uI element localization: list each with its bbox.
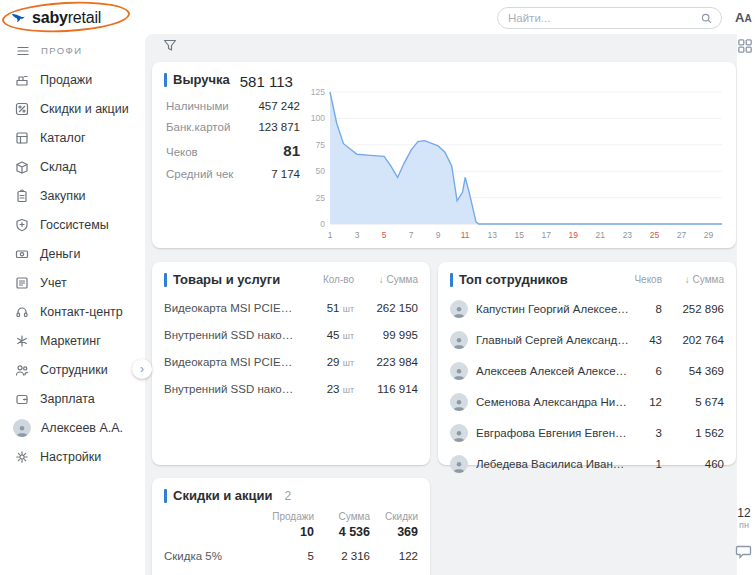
discounts-title-text: Скидки и акции bbox=[173, 488, 273, 503]
stat-value: 7 174 bbox=[271, 168, 300, 180]
discounts-card: Скидки и акции 2 Продажи Сумма Скидки 10… bbox=[152, 478, 430, 575]
employee-row[interactable]: Семенова Александра Николаевна 12 5 674 bbox=[450, 393, 724, 411]
stat-card: Банк.картой 123 871 bbox=[166, 121, 300, 133]
svg-text:27: 27 bbox=[677, 230, 687, 240]
product-row[interactable]: Видеокарта MSI PCIE16 GT730 51 шт 262 15… bbox=[164, 302, 418, 314]
state-emblem-icon bbox=[13, 216, 30, 233]
svg-text:25: 25 bbox=[316, 193, 326, 203]
product-row[interactable]: Внутренний SSD накопитель 23 шт 116 914 bbox=[164, 383, 418, 395]
employee-row[interactable]: Лебедева Василиса Ивановна 1 460 bbox=[450, 455, 724, 473]
product-sum: 116 914 bbox=[354, 383, 418, 395]
svg-text:23: 23 bbox=[623, 230, 633, 240]
discount-amount: 122 bbox=[370, 550, 418, 562]
products-card-title[interactable]: Товары и услуги bbox=[164, 272, 300, 287]
employee-row[interactable]: Капустин Георгий Алексеевич 8 252 896 bbox=[450, 300, 724, 318]
svg-text:9: 9 bbox=[436, 230, 441, 240]
employee-avatar bbox=[450, 455, 468, 473]
sidebar-item-money[interactable]: Деньги bbox=[0, 239, 145, 268]
discounts-column-headers: Продажи Сумма Скидки bbox=[164, 511, 418, 522]
sidebar-item-purchases[interactable]: Закупки bbox=[0, 181, 145, 210]
sidebar-item-label: Каталог bbox=[40, 131, 85, 145]
sidebar-item-label: Алексеев А.А. bbox=[41, 421, 123, 435]
column-header-discounts[interactable]: Скидки bbox=[370, 511, 418, 522]
filter-icon[interactable] bbox=[162, 37, 178, 53]
revenue-chart[interactable]: 02550751001251357911131517192123252729 bbox=[300, 86, 730, 242]
column-header-receipts[interactable]: Чеков bbox=[626, 274, 662, 285]
sidebar-item-marketing[interactable]: Маркетинг bbox=[0, 326, 145, 355]
product-row[interactable]: Видеокарта MSI PCIE16 GT210 29 шт 223 98… bbox=[164, 356, 418, 368]
sidebar-item-employees[interactable]: Сотрудники › bbox=[0, 355, 145, 384]
svg-text:75: 75 bbox=[316, 140, 326, 150]
revenue-card-title[interactable]: Выручка bbox=[164, 72, 230, 87]
discount-sales: 5 bbox=[256, 550, 314, 562]
employee-row[interactable]: Главный Сергей Александрович 43 202 764 bbox=[450, 331, 724, 349]
font-size-icon[interactable]: АА bbox=[735, 8, 752, 26]
employee-receipts: 3 bbox=[634, 427, 662, 439]
wallet-icon bbox=[13, 390, 30, 407]
employee-row[interactable]: Алексеев Алексей Алексеевич 6 54 369 bbox=[450, 362, 724, 380]
svg-text:19: 19 bbox=[569, 230, 579, 240]
sidebar-item-discounts[interactable]: Скидки и акции bbox=[0, 94, 145, 123]
sidebar-item-warehouse[interactable]: Склад bbox=[0, 152, 145, 181]
employee-row[interactable]: Евграфова Евгения Евгеньевна 3 1 562 bbox=[450, 424, 724, 442]
sidebar-item-accounting[interactable]: Учет bbox=[0, 268, 145, 297]
sidebar-item-catalog[interactable]: Каталог bbox=[0, 123, 145, 152]
column-header-sum[interactable]: Сумма bbox=[314, 511, 370, 522]
sidebar-item-settings[interactable]: Настройки bbox=[0, 442, 145, 471]
column-header-sum-label: Сумма bbox=[693, 274, 724, 285]
employee-sum: 460 bbox=[662, 458, 724, 470]
svg-text:3: 3 bbox=[355, 230, 360, 240]
column-header-sum[interactable]: ↓ Сумма bbox=[662, 274, 724, 285]
revenue-title-text: Выручка bbox=[173, 72, 230, 87]
sidebar-item-label: Склад bbox=[40, 160, 76, 174]
app-window: sabyretail ПРОФИ Продажи Скидки и акции bbox=[0, 0, 756, 575]
svg-text:13: 13 bbox=[487, 230, 497, 240]
products-title-text: Товары и услуги bbox=[173, 272, 280, 287]
sidebar-item-label: Госсистемы bbox=[40, 218, 109, 232]
accent-bar bbox=[164, 73, 167, 87]
products-card: Товары и услуги Кол-во ↓ Сумма Видеокарт… bbox=[152, 262, 430, 465]
clipboard-icon bbox=[13, 187, 30, 204]
sidebar-item-label: Зарплата bbox=[40, 392, 95, 406]
svg-text:0: 0 bbox=[320, 219, 325, 229]
employees-card-title[interactable]: Топ сотрудников bbox=[450, 272, 626, 287]
column-header-qty[interactable]: Кол-во bbox=[300, 274, 354, 285]
font-size-big: А bbox=[735, 10, 744, 25]
employee-receipts: 12 bbox=[634, 396, 662, 408]
employee-avatar bbox=[450, 362, 468, 380]
product-qty: 45 шт bbox=[300, 329, 354, 341]
logo-text: sabyretail bbox=[32, 9, 101, 27]
calendar-weekday: пн bbox=[734, 520, 754, 530]
sidebar-item-profile[interactable]: Алексеев А.А. bbox=[0, 413, 145, 442]
stat-label: Средний чек bbox=[166, 168, 233, 180]
logo[interactable]: sabyretail bbox=[0, 0, 145, 36]
sidebar-item-contact-center[interactable]: Контакт-центр bbox=[0, 297, 145, 326]
employee-receipts: 8 bbox=[634, 303, 662, 315]
sidebar-section-profi[interactable]: ПРОФИ bbox=[0, 36, 145, 65]
chat-bubble-icon[interactable] bbox=[735, 543, 752, 560]
discount-row[interactable]: Скидка 5% 5 2 316 122 bbox=[164, 550, 418, 562]
sidebar-nav: Продажи Скидки и акции Каталог Склад bbox=[0, 65, 145, 471]
sidebar-item-gov-systems[interactable]: Госсистемы bbox=[0, 210, 145, 239]
expand-chevron-icon[interactable]: › bbox=[132, 359, 152, 379]
search-input[interactable] bbox=[497, 7, 722, 29]
user-avatar bbox=[13, 419, 31, 437]
column-header-sales[interactable]: Продажи bbox=[256, 511, 314, 522]
sidebar-item-salary[interactable]: Зарплата bbox=[0, 384, 145, 413]
calendar-date-widget[interactable]: 12 пн bbox=[734, 506, 754, 530]
product-unit: шт bbox=[343, 331, 354, 341]
product-row[interactable]: Внутренний SSD накопитель 45 шт 99 995 bbox=[164, 329, 418, 341]
discount-name: Скидка 5% bbox=[164, 550, 256, 562]
menu-icon bbox=[14, 42, 31, 59]
discounts-card-title[interactable]: Скидки и акции 2 bbox=[164, 488, 418, 503]
column-header-sum[interactable]: ↓ Сумма bbox=[354, 274, 418, 285]
accent-bar bbox=[164, 273, 167, 287]
apps-grid-icon[interactable] bbox=[737, 38, 753, 54]
stat-value: 457 242 bbox=[258, 100, 300, 112]
sidebar-section-label: ПРОФИ bbox=[41, 45, 82, 56]
sidebar-item-label: Продажи bbox=[40, 73, 92, 87]
catalog-icon bbox=[13, 129, 30, 146]
search-field[interactable] bbox=[508, 12, 700, 24]
sidebar-item-sales[interactable]: Продажи bbox=[0, 65, 145, 94]
svg-text:100: 100 bbox=[311, 113, 325, 123]
